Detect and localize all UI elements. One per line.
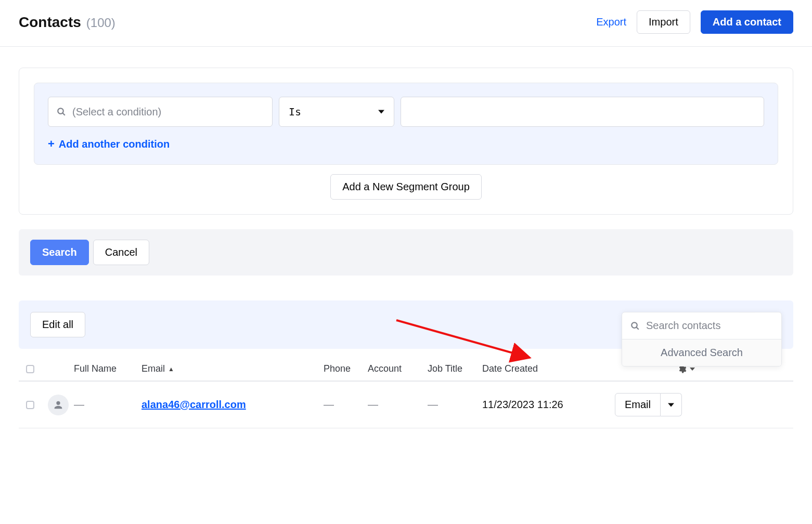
- cell-job-title: —: [428, 399, 482, 411]
- page-count: (100): [86, 16, 115, 30]
- caret-down-icon: [378, 109, 384, 115]
- segment-panel: (Select a condition) Is + Add another co…: [19, 68, 793, 215]
- header-actions: Export Import Add a contact: [596, 10, 793, 34]
- advanced-search-button[interactable]: Advanced Search: [622, 339, 781, 366]
- caret-down-icon: [690, 366, 695, 372]
- col-phone[interactable]: Phone: [324, 363, 368, 374]
- page-title: Contacts: [19, 14, 81, 31]
- condition-field-select[interactable]: (Select a condition): [48, 97, 273, 127]
- add-condition-label: Add another condition: [59, 138, 170, 150]
- condition-placeholder: (Select a condition): [72, 106, 161, 118]
- col-date-created[interactable]: Date Created: [482, 363, 615, 374]
- cell-phone: —: [324, 399, 368, 411]
- add-condition-button[interactable]: + Add another condition: [48, 137, 170, 151]
- search-icon: [630, 321, 640, 331]
- operator-label: Is: [289, 106, 301, 118]
- export-button[interactable]: Export: [596, 16, 626, 28]
- import-button[interactable]: Import: [637, 10, 690, 34]
- search-button[interactable]: Search: [30, 240, 89, 265]
- condition-operator-select[interactable]: Is: [279, 97, 394, 127]
- col-full-name[interactable]: Full Name: [74, 363, 141, 374]
- search-icon: [57, 107, 66, 116]
- svg-line-1: [62, 113, 65, 115]
- cell-full-name: —: [74, 399, 141, 411]
- title-wrap: Contacts (100): [19, 14, 115, 31]
- table-toolbar: Edit all Advanced Search: [19, 300, 793, 349]
- condition-row: (Select a condition) Is: [48, 97, 764, 127]
- table-row: — alana46@carroll.com — — — 11/23/2023 1…: [19, 382, 793, 428]
- col-email-label: Email: [141, 363, 165, 374]
- segment-action-bar: Search Cancel: [19, 229, 793, 276]
- col-job-title[interactable]: Job Title: [428, 363, 482, 374]
- cell-date-created: 11/23/2023 11:26: [482, 399, 615, 411]
- search-input-row: [622, 312, 781, 339]
- cancel-button[interactable]: Cancel: [93, 240, 149, 265]
- sort-asc-icon: ▲: [168, 365, 174, 373]
- edit-all-button[interactable]: Edit all: [30, 312, 85, 337]
- col-email[interactable]: Email ▲: [141, 363, 324, 374]
- svg-line-2: [396, 320, 530, 358]
- contacts-table: Full Name Email ▲ Phone Account Job Titl…: [19, 357, 793, 428]
- condition-value-input[interactable]: [401, 97, 764, 127]
- search-popover: Advanced Search: [622, 312, 782, 366]
- caret-down-icon: [668, 402, 674, 408]
- page-header: Contacts (100) Export Import Add a conta…: [0, 0, 812, 47]
- svg-line-4: [636, 327, 639, 330]
- add-segment-group-button[interactable]: Add a New Segment Group: [330, 174, 482, 200]
- avatar: [48, 395, 69, 415]
- segment-group: (Select a condition) Is + Add another co…: [34, 83, 778, 165]
- row-checkbox[interactable]: [26, 401, 34, 409]
- select-all-checkbox[interactable]: [26, 365, 34, 373]
- cell-email-link[interactable]: alana46@carroll.com: [141, 399, 246, 410]
- svg-point-0: [58, 108, 63, 114]
- row-email-button[interactable]: Email: [615, 393, 661, 416]
- plus-icon: +: [48, 137, 55, 151]
- add-contact-button[interactable]: Add a contact: [701, 10, 793, 34]
- col-account[interactable]: Account: [368, 363, 428, 374]
- row-action-caret-button[interactable]: [661, 393, 682, 416]
- search-contacts-input[interactable]: [646, 320, 778, 332]
- svg-point-3: [631, 322, 637, 328]
- cell-account: —: [368, 399, 428, 411]
- row-action-dropdown: Email: [615, 393, 698, 416]
- popover-caret: [739, 312, 755, 312]
